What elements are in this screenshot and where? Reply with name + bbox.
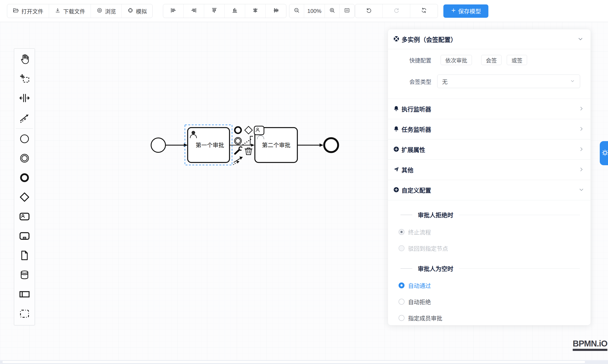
quick-config-row: 快捷配置 依次审批 会签 或签 xyxy=(388,52,591,67)
diagram-canvas[interactable]: 第一个审批 第二个审批 xyxy=(0,22,608,364)
chevron-down-icon xyxy=(577,36,583,43)
section-execution-listener[interactable]: 执行监听器 xyxy=(388,99,591,119)
participant-icon xyxy=(19,289,30,301)
palette-create-data-store[interactable] xyxy=(14,266,35,285)
align-top-button[interactable] xyxy=(204,4,225,18)
radio-auto-pass[interactable]: 自动通过 xyxy=(388,279,591,292)
section-extended-properties[interactable]: 扩展属性 xyxy=(388,139,591,160)
divider-line xyxy=(400,215,412,215)
zoom-reset-button[interactable] xyxy=(340,4,354,18)
radio-label: 自动通过 xyxy=(408,281,431,290)
trash-icon[interactable] xyxy=(245,148,252,155)
radio-assign-member[interactable]: 指定成员审批 xyxy=(388,312,591,324)
align-center-horizontal-button[interactable] xyxy=(245,4,266,18)
palette-create-participant[interactable] xyxy=(14,285,35,304)
align-bottom-button[interactable] xyxy=(225,4,245,18)
zoom-in-button[interactable] xyxy=(325,4,340,18)
radio-label: 终止流程 xyxy=(408,228,431,236)
palette-create-subprocess[interactable] xyxy=(14,227,35,246)
multi-instance-header[interactable]: 多实例（会签配置） xyxy=(388,29,591,49)
preview-button[interactable]: 浏览 xyxy=(91,4,122,18)
align-right-button[interactable] xyxy=(184,4,204,18)
zoom-level-value: 100% xyxy=(307,8,321,14)
palette-create-user-task[interactable] xyxy=(14,207,35,227)
palette-lasso-tool[interactable] xyxy=(14,69,35,89)
append-end-event-icon[interactable] xyxy=(235,127,241,133)
refresh-button[interactable] xyxy=(410,4,438,18)
section-task-listener[interactable]: 任务监听器 xyxy=(388,119,591,139)
open-file-button[interactable]: 打开文件 xyxy=(7,4,49,18)
palette-create-start-event[interactable] xyxy=(14,130,35,149)
palette-create-intermediate-event[interactable] xyxy=(14,149,35,168)
palette-create-end-event[interactable] xyxy=(14,168,35,188)
settings-tab[interactable] xyxy=(600,141,608,165)
palette-hand-tool[interactable] xyxy=(14,50,35,69)
start-event-shape[interactable] xyxy=(151,138,165,152)
quick-config-sequential-button[interactable]: 依次审批 xyxy=(441,55,472,65)
bpmn-io-logo[interactable]: BPMN.iO xyxy=(573,339,607,351)
quick-config-orsign-button[interactable]: 或签 xyxy=(507,55,527,65)
append-intermediate-event-icon[interactable] xyxy=(235,138,241,144)
task1-label: 第一个审批 xyxy=(196,142,224,148)
undo-button[interactable] xyxy=(355,4,383,18)
zoom-button-group: 100% xyxy=(289,4,355,18)
radio-terminate-process[interactable]: 终止流程 xyxy=(388,226,591,238)
file-button-group: 打开文件 下载文件 浏览 模拟 xyxy=(7,4,153,18)
section-label: 自定义配置 xyxy=(401,186,576,194)
bpmn-io-logo-text: BPMN.iO xyxy=(573,339,607,348)
radio-return-to-node[interactable]: 驳回到指定节点 xyxy=(388,242,591,255)
plus-circle-icon xyxy=(393,187,399,194)
open-file-label: 打开文件 xyxy=(21,7,43,15)
save-model-button[interactable]: 保存模型 xyxy=(443,4,488,18)
history-button-group xyxy=(355,4,438,18)
sign-type-value: 无 xyxy=(442,78,570,85)
align-top-icon xyxy=(211,7,217,15)
palette-create-data-object[interactable] xyxy=(14,246,35,266)
lasso-tool-icon xyxy=(19,73,30,85)
divider-line xyxy=(400,268,412,269)
data-store-icon xyxy=(19,269,30,281)
connect-icon[interactable] xyxy=(233,156,243,165)
wrench-icon[interactable] xyxy=(235,146,243,154)
section-other[interactable]: 其他 xyxy=(388,160,591,180)
empty-group-heading: 审批人为空时 xyxy=(388,262,591,275)
sign-type-select[interactable]: 无 xyxy=(437,75,580,88)
palette-global-connect-tool[interactable] xyxy=(14,108,35,128)
section-label: 任务监听器 xyxy=(401,125,576,133)
radio-auto-reject[interactable]: 自动拒绝 xyxy=(388,295,591,308)
bpmn-modeler-app: 打开文件 下载文件 浏览 模拟 100% xyxy=(0,0,608,364)
radio-selected[interactable] xyxy=(398,283,405,288)
chevron-down-icon xyxy=(570,78,575,85)
append-task-icon[interactable] xyxy=(254,126,264,135)
redo-button[interactable] xyxy=(383,4,410,18)
simulate-button[interactable]: 模拟 xyxy=(122,4,152,18)
align-button-group xyxy=(163,4,286,18)
align-center-vertical-icon xyxy=(273,7,279,15)
radio-unselected-disabled[interactable] xyxy=(398,245,405,251)
download-file-button[interactable]: 下载文件 xyxy=(49,4,91,18)
group-icon xyxy=(19,308,30,320)
zoom-out-button[interactable] xyxy=(289,4,304,18)
horizontal-scrollbar-thumb[interactable] xyxy=(2,361,585,363)
simulate-label: 模拟 xyxy=(136,7,147,15)
end-event-shape[interactable] xyxy=(324,138,338,152)
radio-selected-disabled[interactable] xyxy=(398,229,405,235)
palette-space-tool[interactable] xyxy=(14,89,35,108)
align-center-vertical-button[interactable] xyxy=(266,4,286,18)
radio-unselected[interactable] xyxy=(398,299,405,305)
section-custom-config[interactable]: 自定义配置 xyxy=(388,180,591,200)
palette-create-group[interactable] xyxy=(14,304,35,324)
radio-unselected[interactable] xyxy=(398,315,405,321)
gateway-icon xyxy=(19,191,30,204)
append-gateway-icon[interactable] xyxy=(245,126,252,134)
text-annotation-icon[interactable] xyxy=(250,136,253,145)
align-left-button[interactable] xyxy=(163,4,184,18)
align-left-icon xyxy=(170,7,176,15)
quick-config-countersign-button[interactable]: 会签 xyxy=(481,55,502,65)
user-task-icon xyxy=(19,211,30,223)
chip-icon xyxy=(127,7,133,15)
download-icon xyxy=(54,7,61,15)
palette-create-gateway[interactable] xyxy=(14,188,35,207)
zoom-level[interactable]: 100% xyxy=(304,4,325,18)
subprocess-icon xyxy=(19,230,30,243)
